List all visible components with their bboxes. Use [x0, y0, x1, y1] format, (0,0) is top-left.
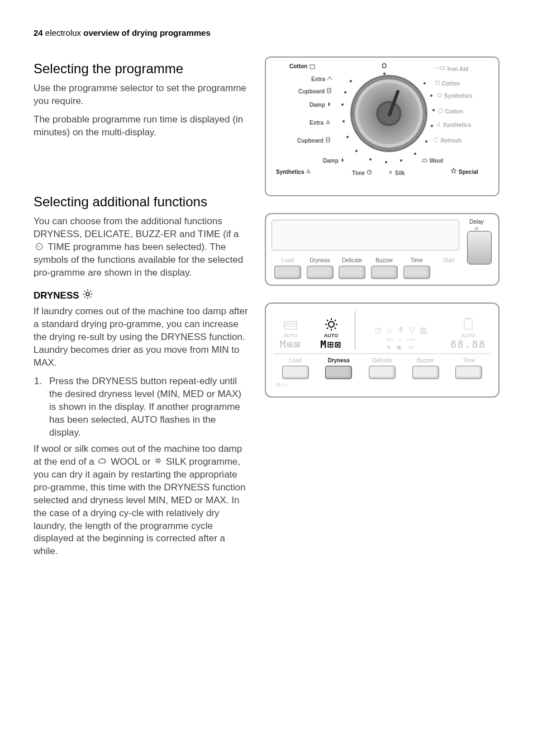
display-button-row: Load Dryness Delicate Buzzer Time — [274, 357, 491, 379]
start-pause-button — [467, 231, 492, 264]
label-easy-synthetics: Synthetics — [436, 121, 471, 128]
label-cupboard2: Cupboard — [297, 137, 331, 144]
step-1: Press the DRYNESS button repeat-edly unt… — [45, 375, 248, 440]
label-easy-cotton: Cotton — [438, 108, 463, 115]
flower-icon: ❋ — [387, 344, 391, 350]
heading-additional-functions: Selecting additional functions — [34, 194, 248, 210]
clock-icon: ⏲ — [35, 241, 44, 254]
shirt-icon — [460, 317, 477, 332]
label-synthetics-group: Synthetics — [276, 168, 311, 175]
label-off: O — [382, 62, 387, 70]
easy-iron-icon: ≡○○ — [276, 381, 288, 389]
paragraph-wool-silk: If wool or silk comes out of the machine… — [34, 443, 248, 558]
label-ia-synthetics: Synthetics — [437, 92, 472, 99]
svg-line-6 — [90, 297, 91, 298]
right-column: O ■ Cotton Extra Cupboard Damp Extra Cup… — [265, 51, 499, 564]
steps-list: Press the DRYNESS button repeat-edly unt… — [34, 375, 248, 440]
clock-small-icon: ◷ — [375, 325, 382, 334]
load-icon — [282, 318, 299, 332]
text-part-a: You can choose from the additional funct… — [34, 216, 239, 239]
label-wool: Wool — [421, 157, 443, 164]
label-extra: Extra — [311, 75, 332, 82]
label-iron-aid: Iron Aid — [434, 65, 468, 72]
seg-1: M⊞⊠ — [274, 338, 307, 350]
filter-icon: ▽ — [409, 325, 415, 334]
sun-icon — [83, 289, 93, 302]
label-auto-3: AUTO — [446, 333, 491, 338]
paragraph-additional: You can choose from the additional funct… — [34, 215, 248, 280]
text-wool-c: SILK programme, you can dry it again by … — [34, 456, 246, 557]
seg-digits: 88.88 — [446, 338, 491, 350]
svg-point-25 — [329, 322, 334, 327]
dot-off: ■ — [383, 71, 386, 76]
paragraph-selector: Use the programme selector to set the pr… — [34, 82, 248, 108]
svg-line-32 — [327, 328, 328, 329]
label-cupboard: Cupboard — [298, 88, 332, 94]
svg-line-8 — [90, 291, 91, 292]
selector-dial — [353, 77, 425, 150]
label-refresh: Refresh — [434, 137, 461, 144]
btn-buzzer: Buzzer — [368, 257, 401, 279]
silk-icon — [154, 456, 162, 469]
tap-icon: ⚱ — [398, 325, 404, 334]
paragraph-dryness-desc: If laundry comes out of the machine too … — [34, 305, 248, 370]
button-panel-figure: Delay Load Dryness Delicate Buzzer Time … — [265, 213, 499, 286]
disp-col-dryness: AUTO M⊞⊠ — [313, 317, 349, 350]
sun-display-icon — [324, 317, 339, 332]
label-auto-2: AUTO — [313, 333, 349, 338]
svg-rect-9 — [310, 65, 315, 69]
wool-icon — [98, 457, 107, 467]
label-extra2: Extra — [310, 119, 331, 126]
btn-load: Load — [272, 257, 304, 279]
label-ia-cotton: Cotton — [435, 80, 460, 87]
btn-dryness: Dryness — [304, 257, 336, 279]
iron-icon: ▱ — [399, 337, 403, 342]
disp-col-load: AUTO M⊞⊠ — [274, 318, 307, 350]
page-number: 24 — [34, 28, 43, 37]
btn-time: Time — [401, 257, 433, 279]
display-panel-figure: AUTO M⊞⊠ AUTO M⊞⊠ ◷ ♨ ⚱ ▽ ▥ — [265, 303, 499, 398]
label-dryness: DRYNESS — [34, 290, 79, 301]
icon-strip-2: ≡○○ ▱ ○○≡ — [361, 337, 440, 342]
label-auto-1: AUTO — [274, 333, 307, 338]
dry-icon: ○○≡ — [406, 337, 415, 342]
tank-icon: ▥ — [420, 325, 427, 334]
box-icon: ▣ — [397, 344, 402, 350]
disp-btn-buzzer: Buzzer — [404, 357, 448, 379]
label-special: Special — [450, 167, 478, 175]
svg-rect-20 — [438, 93, 441, 97]
svg-line-7 — [84, 297, 85, 298]
heading-dryness: DRYNESS — [34, 289, 248, 302]
heat-icon: ♨ — [386, 325, 393, 334]
disp-btn-load: Load — [274, 357, 317, 379]
disp-btn-time: Time — [447, 357, 491, 379]
sound-icon: ◁≡ — [407, 344, 414, 350]
svg-point-21 — [439, 108, 443, 113]
disp-btn-delicate: Delicate — [360, 357, 404, 379]
heading-selecting-programme: Selecting the programme — [34, 61, 248, 77]
svg-line-33 — [335, 320, 336, 321]
disp-col-icons: ◷ ♨ ⚱ ▽ ▥ ≡○○ ▱ ○○≡ ❋ ▣ ◁≡ — [361, 325, 440, 350]
text-part-b: TIME programme has been selected). The s… — [34, 242, 243, 278]
label-cotton-group: Cotton — [289, 63, 316, 70]
icon-strip: ◷ ♨ ⚱ ▽ ▥ — [361, 325, 440, 334]
disp-btn-dryness: Dryness — [317, 357, 361, 379]
label-silk: Silk — [388, 169, 405, 176]
paragraph-runtime: The probable programme run time is displ… — [34, 114, 248, 139]
svg-line-5 — [84, 291, 85, 292]
label-delay: Delay — [468, 219, 485, 225]
section-title: overview of drying programmes — [83, 28, 211, 37]
btn-delicate: Delicate — [336, 257, 368, 279]
label-time: Time — [352, 169, 372, 176]
svg-line-16 — [369, 172, 370, 173]
icon-strip-3: ❋ ▣ ◁≡ — [361, 344, 440, 350]
disp-col-time: AUTO 88.88 — [446, 317, 491, 350]
text-wool-b: WOOL or — [108, 456, 153, 467]
svg-rect-22 — [284, 322, 297, 329]
page-header: 24 electrolux overview of drying program… — [34, 28, 499, 37]
label-damp2: Damp — [323, 157, 345, 164]
btn-start-label: Start — [432, 257, 465, 279]
label-damp: Damp — [310, 101, 331, 108]
programme-dial-figure: O ■ Cotton Extra Cupboard Damp Extra Cup… — [265, 56, 499, 196]
svg-point-0 — [86, 292, 89, 296]
